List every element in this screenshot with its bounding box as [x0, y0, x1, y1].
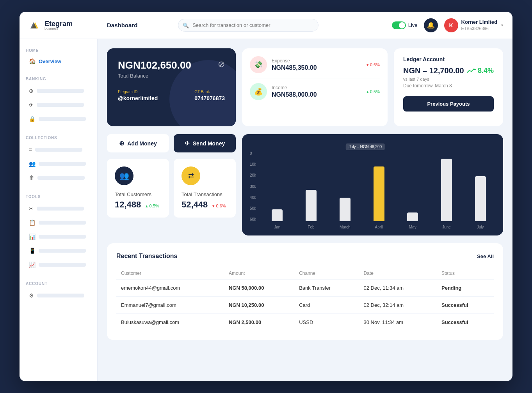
table-row: Emmanuel7@gmail.com NGN 10,250.00 Card 0…	[116, 297, 494, 314]
plus-icon: ⊕	[29, 88, 34, 94]
amount-cell: NGN 58,000.00	[224, 280, 294, 297]
etegram-id-section: Etegram ID @kornerlimited	[118, 90, 158, 102]
sidebar-item-banking-2[interactable]: ✈	[26, 98, 91, 112]
transactions-card: ⇄ Total Transactions 52,448 ▾ 0.6%	[174, 159, 236, 218]
sidebar-section-collections: COLLECTIONS ≡ 👥 🗑	[26, 136, 91, 185]
sidebar-placeholder	[39, 249, 86, 253]
search-input[interactable]	[178, 19, 318, 32]
customers-label: Total Customers	[115, 191, 161, 197]
table-body: ememokon44@gmail.com NGN 58,000.00 Bank …	[116, 280, 494, 331]
trash-icon: 🗑	[29, 175, 34, 181]
send-money-label: Send Money	[193, 140, 225, 147]
col-amount: Amount	[224, 267, 294, 280]
send-money-button[interactable]: ✈ Send Money	[174, 134, 236, 152]
ledger-title: Ledger Account	[403, 56, 494, 62]
previous-payouts-button[interactable]: Previous Payouts	[403, 96, 494, 112]
ledger-card: Ledger Account NGN – 12,700.00 8.4% vs l…	[394, 48, 503, 126]
sidebar-item-banking-1[interactable]: ⊕	[26, 84, 91, 97]
balance-amount: NGN102,650.00	[118, 59, 225, 71]
bar-july-rect	[475, 176, 486, 221]
mobile-icon: 📱	[29, 248, 36, 254]
transactions-value: 52,448 ▾ 0.6%	[181, 200, 228, 210]
sidebar-item-collections-3[interactable]: 🗑	[26, 171, 91, 184]
chart-tooltip: July – NGN 48,200	[346, 143, 385, 150]
chart-area: 60k 50k 40k 30k 20k 10k 0 July – NGN 48,…	[250, 143, 495, 229]
transactions-label: Total Transactions	[181, 191, 228, 197]
sidebar-item-tools-4[interactable]: 📱	[26, 244, 91, 257]
chart-icon: 📊	[29, 234, 36, 240]
see-all-button[interactable]: See All	[477, 253, 494, 259]
chart-card: 60k 50k 40k 30k 20k 10k 0 July – NGN 48,…	[242, 134, 503, 235]
transactions-icon: ⇄	[181, 166, 200, 185]
transactions-table: Customer Amount Channel Date Status emem…	[116, 267, 494, 331]
growth-chart-icon	[467, 68, 476, 74]
avatar: K	[444, 18, 458, 32]
status-cell: Pending	[437, 280, 494, 297]
transactions-header: Recent Transactions See All	[116, 253, 494, 260]
mid-row: ⊕ Add Money ✈ Send Money 👥 Total Custome…	[107, 134, 503, 235]
ledger-due: Due tomorrow, March 8	[403, 83, 494, 89]
sidebar-section-title-banking: BANKING	[26, 77, 91, 81]
bar-feb: Feb	[296, 190, 326, 229]
sidebar-section-title-collections: COLLECTIONS	[26, 136, 91, 140]
stats-cards-row: 👥 Total Customers 12,488 ▴ 0.5% ⇄ Total …	[107, 159, 236, 218]
sidebar-item-account[interactable]: ⚙	[26, 289, 91, 302]
expense-change: ▾ 0.6%	[367, 62, 380, 67]
sidebar-item-tools-1[interactable]: ✂	[26, 202, 91, 215]
bar-march-rect	[340, 198, 351, 221]
balance-card: ⊘ NGN102,650.00 Total Balance Etegram ID…	[107, 48, 236, 126]
ledger-growth-sub: vs last 7 days	[403, 77, 494, 81]
bar-jan-rect	[272, 209, 283, 221]
live-toggle[interactable]: Live	[392, 21, 418, 29]
sidebar-item-tools-3[interactable]: 📊	[26, 230, 91, 243]
toggle-switch[interactable]	[392, 21, 406, 29]
channel-cell: Bank Transfer	[294, 280, 359, 297]
sidebar-item-overview[interactable]: 🏠 Overview	[26, 56, 91, 67]
col-status: Status	[437, 267, 494, 280]
sidebar-item-collections-1[interactable]: ≡	[26, 143, 91, 156]
sidebar: HOME 🏠 Overview BANKING ⊕ ✈ 🔒	[20, 39, 98, 381]
amount-cell: NGN 10,250.00	[224, 297, 294, 314]
sidebar-section-title-tools: TOOLS	[26, 195, 91, 199]
sidebar-item-tools-5[interactable]: 📈	[26, 258, 91, 271]
balance-footer: Etegram ID @kornerlimited GT Bank 074707…	[118, 90, 225, 102]
clipboard-icon: 📋	[29, 220, 36, 226]
bank-label: GT Bank	[194, 90, 225, 94]
user-info[interactable]: K Korner Limited ETB53826396 ▾	[444, 18, 503, 32]
action-buttons: ⊕ Add Money ✈ Send Money	[107, 134, 236, 152]
channel-cell: USSD	[294, 314, 359, 331]
sidebar-section-banking: BANKING ⊕ ✈ 🔒	[26, 77, 91, 126]
status-cell: Successful	[437, 297, 494, 314]
sidebar-placeholder	[39, 162, 86, 166]
transactions-title: Recent Transactions	[116, 253, 178, 260]
status-cell: Successful	[437, 314, 494, 331]
sidebar-placeholder	[37, 89, 84, 93]
sidebar-item-label: Overview	[39, 58, 61, 64]
bar-april-rect	[374, 166, 384, 221]
app-window: Etegram business Dashboard 🔍 Live 🔔 K Ko…	[20, 12, 512, 381]
sidebar-item-tools-2[interactable]: 📋	[26, 216, 91, 229]
ledger-growth: 8.4%	[467, 67, 494, 75]
income-change: ▴ 0.5%	[367, 89, 380, 94]
expense-amount: NGN485,350.00	[272, 64, 362, 71]
add-money-button[interactable]: ⊕ Add Money	[107, 134, 169, 152]
sidebar-item-collections-2[interactable]: 👥	[26, 157, 91, 170]
ledger-amount-row: NGN – 12,700.00 8.4%	[403, 66, 494, 75]
sidebar-placeholder	[37, 176, 85, 180]
sidebar-placeholder	[39, 235, 86, 239]
sidebar-item-banking-3[interactable]: 🔒	[26, 112, 91, 126]
group-icon: 👥	[29, 161, 36, 167]
logo: Etegram business	[29, 19, 99, 32]
bank-section: GT Bank 0747076873	[194, 90, 225, 102]
add-money-label: Add Money	[127, 140, 157, 147]
table-header-row: Customer Amount Channel Date Status	[116, 267, 494, 280]
notification-bell[interactable]: 🔔	[424, 18, 438, 32]
bar-july: July	[465, 176, 495, 229]
sidebar-placeholder	[37, 103, 84, 107]
col-date: Date	[359, 267, 437, 280]
bars-container: July – NGN 48,200 Jan Feb	[262, 151, 495, 229]
ledger-amount: NGN – 12,700.00	[403, 66, 464, 75]
sidebar-placeholder	[35, 148, 82, 152]
bar-feb-label: Feb	[308, 225, 314, 229]
date-cell: 02 Dec, 11:34 am	[359, 280, 437, 297]
